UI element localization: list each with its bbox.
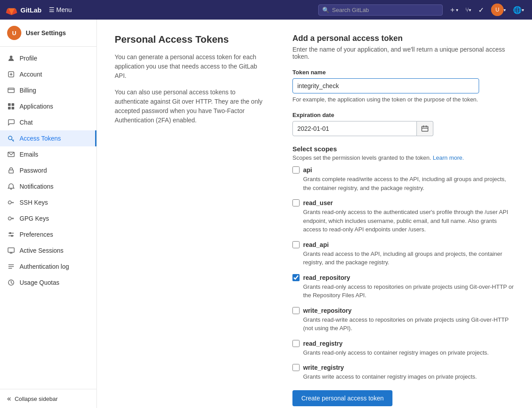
svg-rect-5 bbox=[8, 103, 11, 106]
collapse-sidebar-button[interactable]: « Collapse sidebar bbox=[0, 389, 96, 408]
chat-icon bbox=[7, 118, 15, 126]
menu-icon: ☰ bbox=[49, 6, 55, 13]
billing-icon bbox=[7, 86, 15, 94]
scope-item-write-registry: write_registry Grants write access to co… bbox=[292, 364, 514, 381]
account-icon bbox=[7, 70, 15, 78]
svg-rect-18 bbox=[422, 126, 428, 131]
add-token-desc: Enter the name of your application, and … bbox=[292, 46, 514, 60]
scope-checkbox-read-user[interactable] bbox=[292, 199, 300, 206]
page-description-1: You can generate a personal access token… bbox=[115, 53, 266, 81]
sidebar-nav: Profile Account Billing Applications bbox=[0, 47, 96, 389]
scope-label-read-api[interactable]: read_api bbox=[292, 241, 514, 248]
expiration-date-group: Expiration date bbox=[292, 112, 514, 136]
sidebar-item-label-preferences: Preferences bbox=[20, 231, 53, 238]
scope-name-read-registry: read_registry bbox=[303, 340, 343, 347]
person-icon bbox=[7, 54, 15, 62]
create-button[interactable]: ＋ ▾ bbox=[446, 3, 461, 17]
create-token-button[interactable]: Create personal access token bbox=[292, 390, 392, 406]
search-bar: 🔍 bbox=[318, 4, 443, 16]
svg-rect-16 bbox=[8, 248, 14, 252]
main-content: Personal Access Tokens You can generate … bbox=[97, 20, 532, 408]
scope-checkbox-write-repository[interactable] bbox=[292, 307, 300, 314]
sidebar-item-label-chat: Chat bbox=[20, 119, 33, 126]
globe-chevron-icon: ▾ bbox=[522, 8, 524, 12]
add-token-title: Add a personal access token bbox=[292, 34, 514, 43]
sidebar-item-ssh-keys[interactable]: SSH Keys bbox=[0, 194, 96, 210]
scopes-group: Select scopes Scopes set the permission … bbox=[292, 145, 514, 381]
sidebar-item-access-tokens[interactable]: Access Tokens bbox=[0, 130, 96, 146]
scope-checkbox-read-registry[interactable] bbox=[292, 340, 300, 347]
list-icon bbox=[7, 263, 15, 271]
gitlab-logo[interactable]: GitLab bbox=[5, 4, 42, 16]
date-input-wrap bbox=[292, 121, 514, 136]
sidebar-item-authentication-log[interactable]: Authentication log bbox=[0, 259, 96, 275]
learn-more-link[interactable]: Learn more. bbox=[433, 154, 464, 161]
collapse-label: Collapse sidebar bbox=[15, 396, 58, 402]
sliders-icon bbox=[7, 230, 15, 238]
sidebar-item-gpg-keys[interactable]: GPG Keys bbox=[0, 210, 96, 226]
scope-label-read-registry[interactable]: read_registry bbox=[292, 340, 514, 347]
scope-label-read-user[interactable]: read_user bbox=[292, 199, 514, 206]
sidebar-item-profile[interactable]: Profile bbox=[0, 50, 96, 66]
envelope-icon bbox=[7, 150, 15, 158]
sidebar-item-account[interactable]: Account bbox=[0, 66, 96, 82]
scope-name-write-registry: write_registry bbox=[303, 364, 344, 371]
sidebar-item-label-notifications: Notifications bbox=[20, 183, 53, 190]
sidebar-item-applications[interactable]: Applications bbox=[0, 98, 96, 114]
scope-name-write-repository: write_repository bbox=[303, 307, 352, 314]
token-name-hint: For example, the application using the t… bbox=[292, 96, 514, 103]
token-name-label: Token name bbox=[292, 69, 514, 76]
sidebar-item-label-usage-quotas: Usage Quotas bbox=[20, 279, 60, 286]
monitor-icon bbox=[7, 246, 15, 254]
svg-rect-7 bbox=[8, 107, 11, 109]
sidebar: U User Settings Profile Account Bil bbox=[0, 20, 97, 408]
scope-label-api[interactable]: api bbox=[292, 166, 514, 174]
sidebar-user-header: U User Settings bbox=[0, 20, 96, 47]
scope-label-write-repository[interactable]: write_repository bbox=[292, 307, 514, 314]
expiration-date-input[interactable] bbox=[292, 121, 417, 136]
scope-label-read-repository[interactable]: read_repository bbox=[292, 274, 514, 281]
sidebar-item-label-emails: Emails bbox=[20, 151, 38, 158]
mr-chevron-icon: ▾ bbox=[469, 8, 471, 12]
sidebar-item-notifications[interactable]: Notifications bbox=[0, 178, 96, 194]
scope-checkbox-write-registry[interactable] bbox=[292, 364, 300, 371]
scope-checkbox-read-repository[interactable] bbox=[292, 274, 300, 281]
scope-checkbox-read-api[interactable] bbox=[292, 241, 300, 248]
search-input[interactable] bbox=[332, 7, 439, 13]
left-column: Personal Access Tokens You can generate … bbox=[115, 34, 266, 406]
sidebar-item-password[interactable]: Password bbox=[0, 162, 96, 178]
merge-requests-button[interactable]: ⑂ ▾ bbox=[463, 4, 474, 16]
globe-icon: 🌐 bbox=[513, 6, 522, 14]
calendar-button[interactable] bbox=[417, 121, 433, 136]
sidebar-item-chat[interactable]: Chat bbox=[0, 114, 96, 130]
page-title: Personal Access Tokens bbox=[115, 34, 266, 45]
scope-label-write-registry[interactable]: write_registry bbox=[292, 364, 514, 371]
svg-point-12 bbox=[8, 201, 12, 204]
settings-globe-button[interactable]: 🌐 ▾ bbox=[510, 3, 527, 17]
svg-rect-8 bbox=[12, 107, 14, 109]
scope-name-api: api bbox=[303, 166, 312, 174]
sidebar-item-label-active-sessions: Active Sessions bbox=[20, 247, 64, 254]
sidebar-item-emails[interactable]: Emails bbox=[0, 146, 96, 162]
svg-point-15 bbox=[12, 235, 13, 237]
todo-icon: ✓ bbox=[478, 6, 484, 14]
sidebar-item-label-password: Password bbox=[20, 167, 47, 174]
scope-desc-read-repository: Grants read-only access to repositories … bbox=[303, 283, 514, 300]
scope-item-read-api: read_api Grants read access to the API, … bbox=[292, 241, 514, 267]
scope-desc-read-api: Grants read access to the API, including… bbox=[303, 250, 514, 267]
sidebar-item-preferences[interactable]: Preferences bbox=[0, 226, 96, 242]
scope-checkbox-api[interactable] bbox=[292, 166, 300, 174]
app-layout: U User Settings Profile Account Bil bbox=[0, 20, 532, 408]
calendar-icon bbox=[421, 125, 428, 132]
sidebar-item-usage-quotas[interactable]: Usage Quotas bbox=[0, 275, 96, 291]
svg-point-2 bbox=[10, 56, 12, 58]
select-scopes-title: Select scopes bbox=[292, 145, 514, 153]
scope-desc-read-user: Grants read-only access to the authentic… bbox=[303, 208, 514, 234]
menu-button[interactable]: ☰ Menu bbox=[45, 4, 76, 15]
todos-button[interactable]: ✓ bbox=[476, 3, 487, 17]
sidebar-item-billing[interactable]: Billing bbox=[0, 82, 96, 98]
token-name-input[interactable] bbox=[292, 78, 479, 93]
sidebar-item-active-sessions[interactable]: Active Sessions bbox=[0, 242, 96, 259]
gitlab-logo-text: GitLab bbox=[20, 6, 42, 14]
user-menu-button[interactable]: U ▾ bbox=[488, 1, 508, 19]
